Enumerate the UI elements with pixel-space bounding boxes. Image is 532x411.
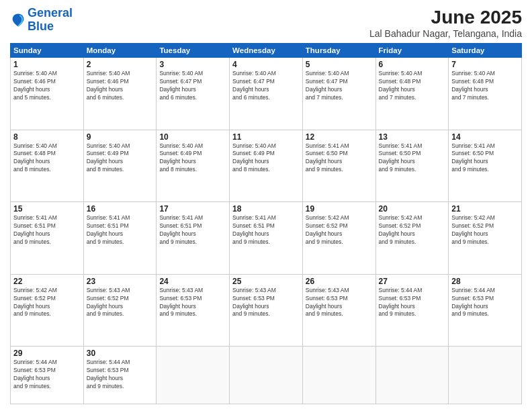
day-info: Sunrise: 5:42 AM Sunset: 6:52 PM Dayligh… bbox=[451, 214, 519, 246]
col-tuesday: Tuesday bbox=[157, 44, 230, 58]
table-row bbox=[302, 347, 375, 404]
day-info: Sunrise: 5:42 AM Sunset: 6:52 PM Dayligh… bbox=[306, 214, 373, 246]
day-number: 18 bbox=[232, 204, 300, 214]
table-row: 25 Sunrise: 5:43 AM Sunset: 6:53 PM Dayl… bbox=[230, 274, 303, 347]
day-number: 27 bbox=[379, 277, 446, 286]
day-number: 24 bbox=[159, 277, 226, 286]
table-row: 23 Sunrise: 5:43 AM Sunset: 6:52 PM Dayl… bbox=[83, 274, 157, 347]
col-friday: Friday bbox=[375, 44, 449, 58]
day-info: Sunrise: 5:41 AM Sunset: 6:51 PM Dayligh… bbox=[87, 214, 154, 246]
page: General Blue June 2025 Lal Bahadur Nagar… bbox=[0, 0, 532, 411]
day-info: Sunrise: 5:44 AM Sunset: 6:53 PM Dayligh… bbox=[379, 287, 446, 319]
table-row: 24 Sunrise: 5:43 AM Sunset: 6:53 PM Dayl… bbox=[157, 274, 230, 347]
day-number: 14 bbox=[451, 132, 519, 142]
table-row: 21 Sunrise: 5:42 AM Sunset: 6:52 PM Dayl… bbox=[449, 202, 522, 275]
day-number: 4 bbox=[232, 60, 300, 69]
day-number: 3 bbox=[159, 60, 226, 69]
table-row: 17 Sunrise: 5:41 AM Sunset: 6:51 PM Dayl… bbox=[157, 202, 230, 275]
table-row: 12 Sunrise: 5:41 AM Sunset: 6:50 PM Dayl… bbox=[302, 130, 375, 202]
table-row: 16 Sunrise: 5:41 AM Sunset: 6:51 PM Dayl… bbox=[83, 202, 157, 275]
table-row bbox=[375, 347, 449, 404]
table-row: 15 Sunrise: 5:41 AM Sunset: 6:51 PM Dayl… bbox=[11, 202, 84, 275]
day-number: 1 bbox=[13, 60, 81, 69]
col-monday: Monday bbox=[83, 44, 157, 58]
table-row: 30 Sunrise: 5:44 AM Sunset: 6:53 PM Dayl… bbox=[83, 347, 157, 404]
day-info: Sunrise: 5:44 AM Sunset: 6:53 PM Dayligh… bbox=[451, 287, 519, 319]
day-number: 26 bbox=[306, 277, 373, 286]
table-row: 22 Sunrise: 5:42 AM Sunset: 6:52 PM Dayl… bbox=[11, 274, 84, 347]
day-number: 10 bbox=[159, 132, 226, 142]
table-row: 20 Sunrise: 5:42 AM Sunset: 6:52 PM Dayl… bbox=[375, 202, 449, 275]
col-thursday: Thursday bbox=[302, 44, 375, 58]
day-number: 2 bbox=[87, 60, 154, 69]
day-number: 16 bbox=[87, 204, 154, 214]
day-info: Sunrise: 5:43 AM Sunset: 6:52 PM Dayligh… bbox=[87, 287, 154, 319]
day-number: 12 bbox=[306, 132, 373, 142]
day-number: 25 bbox=[232, 277, 300, 286]
month-title: June 2025 bbox=[369, 7, 522, 28]
logo: General Blue bbox=[10, 7, 73, 34]
day-number: 29 bbox=[13, 349, 81, 358]
day-info: Sunrise: 5:43 AM Sunset: 6:53 PM Dayligh… bbox=[306, 287, 373, 319]
day-info: Sunrise: 5:43 AM Sunset: 6:53 PM Dayligh… bbox=[159, 287, 226, 319]
day-info: Sunrise: 5:40 AM Sunset: 6:48 PM Dayligh… bbox=[451, 70, 519, 102]
table-row: 14 Sunrise: 5:41 AM Sunset: 6:50 PM Dayl… bbox=[449, 130, 522, 202]
day-info: Sunrise: 5:44 AM Sunset: 6:53 PM Dayligh… bbox=[13, 359, 81, 391]
day-number: 7 bbox=[451, 60, 519, 69]
day-number: 22 bbox=[13, 277, 81, 286]
col-saturday: Saturday bbox=[449, 44, 522, 58]
day-info: Sunrise: 5:40 AM Sunset: 6:49 PM Dayligh… bbox=[232, 142, 300, 175]
day-number: 21 bbox=[451, 204, 519, 214]
day-info: Sunrise: 5:43 AM Sunset: 6:53 PM Dayligh… bbox=[232, 287, 300, 319]
day-number: 6 bbox=[379, 60, 446, 69]
table-row: 11 Sunrise: 5:40 AM Sunset: 6:49 PM Dayl… bbox=[230, 130, 303, 202]
col-wednesday: Wednesday bbox=[230, 44, 303, 58]
day-info: Sunrise: 5:42 AM Sunset: 6:52 PM Dayligh… bbox=[13, 287, 81, 319]
day-number: 20 bbox=[379, 204, 446, 214]
day-info: Sunrise: 5:40 AM Sunset: 6:47 PM Dayligh… bbox=[232, 70, 300, 102]
day-info: Sunrise: 5:40 AM Sunset: 6:46 PM Dayligh… bbox=[13, 70, 81, 102]
table-row: 4 Sunrise: 5:40 AM Sunset: 6:47 PM Dayli… bbox=[230, 58, 303, 130]
logo-icon bbox=[10, 12, 26, 28]
table-row: 3 Sunrise: 5:40 AM Sunset: 6:47 PM Dayli… bbox=[157, 58, 230, 130]
col-sunday: Sunday bbox=[11, 44, 84, 58]
table-row: 1 Sunrise: 5:40 AM Sunset: 6:46 PM Dayli… bbox=[11, 58, 84, 130]
location-title: Lal Bahadur Nagar, Telangana, India bbox=[369, 28, 522, 39]
day-number: 9 bbox=[87, 132, 154, 142]
table-row: 9 Sunrise: 5:40 AM Sunset: 6:49 PM Dayli… bbox=[83, 130, 157, 202]
day-info: Sunrise: 5:40 AM Sunset: 6:48 PM Dayligh… bbox=[379, 70, 446, 102]
day-number: 15 bbox=[13, 204, 81, 214]
day-info: Sunrise: 5:42 AM Sunset: 6:52 PM Dayligh… bbox=[379, 214, 446, 246]
table-row: 28 Sunrise: 5:44 AM Sunset: 6:53 PM Dayl… bbox=[449, 274, 522, 347]
day-number: 5 bbox=[306, 60, 373, 69]
day-info: Sunrise: 5:44 AM Sunset: 6:53 PM Dayligh… bbox=[87, 359, 154, 391]
day-info: Sunrise: 5:41 AM Sunset: 6:51 PM Dayligh… bbox=[159, 214, 226, 246]
calendar: Sunday Monday Tuesday Wednesday Thursday… bbox=[10, 43, 522, 404]
day-number: 28 bbox=[451, 277, 519, 286]
table-row: 13 Sunrise: 5:41 AM Sunset: 6:50 PM Dayl… bbox=[375, 130, 449, 202]
table-row: 5 Sunrise: 5:40 AM Sunset: 6:47 PM Dayli… bbox=[302, 58, 375, 130]
day-info: Sunrise: 5:41 AM Sunset: 6:51 PM Dayligh… bbox=[232, 214, 300, 246]
table-row bbox=[449, 347, 522, 404]
table-row bbox=[230, 347, 303, 404]
day-info: Sunrise: 5:41 AM Sunset: 6:50 PM Dayligh… bbox=[451, 142, 519, 175]
table-row: 18 Sunrise: 5:41 AM Sunset: 6:51 PM Dayl… bbox=[230, 202, 303, 275]
day-info: Sunrise: 5:41 AM Sunset: 6:50 PM Dayligh… bbox=[306, 142, 373, 175]
table-row: 29 Sunrise: 5:44 AM Sunset: 6:53 PM Dayl… bbox=[11, 347, 84, 404]
table-row: 10 Sunrise: 5:40 AM Sunset: 6:49 PM Dayl… bbox=[157, 130, 230, 202]
table-row: 6 Sunrise: 5:40 AM Sunset: 6:48 PM Dayli… bbox=[375, 58, 449, 130]
title-section: June 2025 Lal Bahadur Nagar, Telangana, … bbox=[369, 7, 522, 39]
day-info: Sunrise: 5:40 AM Sunset: 6:47 PM Dayligh… bbox=[306, 70, 373, 102]
calendar-header-row: Sunday Monday Tuesday Wednesday Thursday… bbox=[11, 44, 522, 58]
day-number: 17 bbox=[159, 204, 226, 214]
logo-text: General Blue bbox=[28, 7, 73, 34]
day-number: 13 bbox=[379, 132, 446, 142]
table-row: 26 Sunrise: 5:43 AM Sunset: 6:53 PM Dayl… bbox=[302, 274, 375, 347]
table-row: 27 Sunrise: 5:44 AM Sunset: 6:53 PM Dayl… bbox=[375, 274, 449, 347]
table-row: 2 Sunrise: 5:40 AM Sunset: 6:46 PM Dayli… bbox=[83, 58, 157, 130]
table-row bbox=[157, 347, 230, 404]
day-info: Sunrise: 5:40 AM Sunset: 6:49 PM Dayligh… bbox=[159, 142, 226, 175]
day-info: Sunrise: 5:40 AM Sunset: 6:46 PM Dayligh… bbox=[87, 70, 154, 102]
header: General Blue June 2025 Lal Bahadur Nagar… bbox=[10, 7, 522, 39]
day-info: Sunrise: 5:41 AM Sunset: 6:51 PM Dayligh… bbox=[13, 214, 81, 246]
